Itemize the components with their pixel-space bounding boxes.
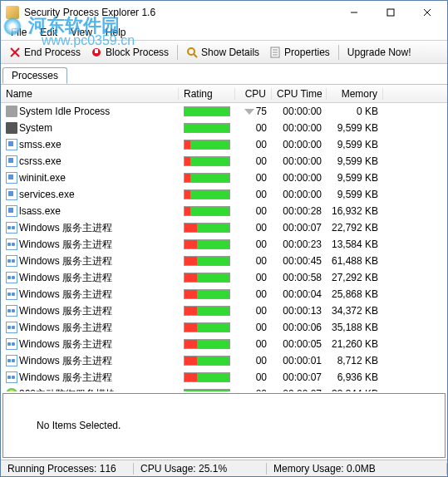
memory-value: 9,599 KB: [327, 155, 383, 167]
rating-bar: [184, 223, 230, 233]
table-row[interactable]: smss.exe0000:00:009,599 KB: [1, 136, 447, 153]
memory-value: 8,712 KB: [327, 355, 383, 366]
toolbar-separator: [177, 45, 178, 60]
col-cpu-time[interactable]: CPU Time: [272, 88, 327, 100]
memory-value: 0 KB: [327, 106, 383, 117]
cpu-time-value: 00:00:00: [272, 172, 327, 184]
table-row[interactable]: Windows 服务主进程0000:00:076,936 KB: [1, 369, 447, 386]
cpu-time-value: 00:00:00: [272, 139, 327, 150]
table-row[interactable]: Windows 服务主进程0000:00:2313,584 KB: [1, 236, 447, 253]
end-process-button[interactable]: End Process: [4, 45, 86, 60]
table-row[interactable]: Windows 服务主进程0000:00:0635,188 KB: [1, 319, 447, 336]
show-details-label: Show Details: [201, 47, 259, 58]
cpu-value: 00: [235, 155, 272, 167]
rating-bar: [184, 173, 230, 183]
memory-value: 33,344 KB: [327, 388, 383, 391]
process-name: smss.exe: [19, 139, 62, 150]
process-icon: [6, 355, 17, 366]
tab-processes[interactable]: Processes: [2, 67, 67, 84]
process-icon: [6, 106, 17, 117]
titlebar: Security Process Explorer 1.6: [1, 1, 447, 24]
cpu-time-value: 00:00:00: [272, 189, 327, 200]
detail-pane: No Items Selected.: [2, 393, 446, 458]
show-details-button[interactable]: Show Details: [181, 45, 264, 60]
close-button[interactable]: [409, 2, 446, 23]
menu-help[interactable]: Help: [99, 25, 133, 40]
rating-bar: [184, 389, 230, 391]
app-icon: [6, 6, 19, 19]
memory-value: 16,932 KB: [327, 205, 383, 217]
menu-edit[interactable]: Edit: [33, 25, 64, 40]
cpu-value: 00: [235, 139, 272, 150]
process-icon: [6, 288, 17, 300]
rating-bar: [184, 356, 230, 366]
table-row[interactable]: Windows 服务主进程0000:00:018,712 KB: [1, 352, 447, 369]
cpu-time-value: 00:00:58: [272, 272, 327, 283]
table-row[interactable]: Windows 服务主进程0000:00:1334,372 KB: [1, 302, 447, 319]
memory-value: 35,188 KB: [327, 322, 383, 333]
properties-label: Properties: [284, 47, 330, 58]
table-row[interactable]: Windows 服务主进程0000:00:0521,260 KB: [1, 336, 447, 352]
minimize-button[interactable]: [336, 2, 372, 23]
sort-desc-icon: [244, 109, 254, 115]
table-row[interactable]: Windows 服务主进程0000:00:0722,792 KB: [1, 219, 447, 236]
table-row[interactable]: Windows 服务主进程0000:00:0425,868 KB: [1, 286, 447, 302]
app-window: Security Process Explorer 1.6 File Edit …: [0, 0, 448, 477]
menu-file[interactable]: File: [4, 25, 33, 40]
rating-bar: [184, 239, 230, 249]
cpu-value: 00: [235, 305, 272, 317]
process-table: Name Rating CPU CPU Time Memory System I…: [1, 84, 447, 391]
process-icon: [6, 238, 17, 250]
end-process-icon: [9, 47, 21, 58]
cpu-value: 00: [235, 355, 272, 366]
table-row[interactable]: csrss.exe0000:00:009,599 KB: [1, 153, 447, 170]
block-process-button[interactable]: Block Process: [86, 45, 174, 60]
col-name[interactable]: Name: [1, 88, 179, 100]
process-icon: [6, 172, 17, 184]
upgrade-button[interactable]: Upgrade Now!: [342, 45, 416, 60]
rating-bar: [184, 256, 230, 266]
table-row[interactable]: services.exe0000:00:009,599 KB: [1, 186, 447, 203]
memory-value: 61,488 KB: [327, 255, 383, 267]
window-title: Security Process Explorer 1.6: [24, 7, 336, 18]
cpu-value: 00: [235, 222, 272, 234]
maximize-button[interactable]: [372, 2, 409, 23]
process-icon: [6, 222, 17, 234]
process-icon: [6, 155, 17, 167]
table-row[interactable]: System0000:00:009,599 KB: [1, 120, 447, 136]
rating-bar: [184, 289, 230, 299]
rating-bar: [184, 140, 230, 150]
block-process-label: Block Process: [106, 47, 169, 58]
rating-bar: [184, 156, 230, 166]
memory-value: 9,599 KB: [327, 139, 383, 150]
block-process-icon: [91, 47, 102, 58]
table-row[interactable]: 360主动防御服务模块0000:00:0733,344 KB: [1, 386, 447, 391]
memory-value: 25,868 KB: [327, 288, 383, 300]
svg-rect-1: [387, 9, 394, 16]
rating-bar: [184, 322, 230, 332]
table-row[interactable]: Windows 服务主进程0000:00:5827,292 KB: [1, 269, 447, 286]
col-cpu[interactable]: CPU: [235, 88, 272, 100]
table-row[interactable]: System Idle Process7500:00:000 KB: [1, 103, 447, 120]
process-name: services.exe: [19, 189, 75, 200]
table-row[interactable]: Windows 服务主进程0000:00:4561,488 KB: [1, 253, 447, 269]
process-name: Windows 服务主进程: [19, 371, 112, 385]
rating-bar: [184, 106, 230, 116]
process-name: Windows 服务主进程: [19, 271, 112, 285]
table-row[interactable]: lsass.exe0000:00:2816,932 KB: [1, 203, 447, 219]
memory-value: 21,260 KB: [327, 338, 383, 350]
cpu-value: 00: [235, 255, 272, 267]
properties-button[interactable]: Properties: [264, 45, 335, 60]
cpu-time-value: 00:00:07: [272, 222, 327, 234]
cpu-time-value: 00:00:28: [272, 205, 327, 217]
process-name: Windows 服务主进程: [19, 238, 112, 252]
svg-point-8: [188, 48, 194, 55]
process-icon: [6, 305, 17, 317]
table-row[interactable]: wininit.exe0000:00:009,599 KB: [1, 170, 447, 186]
col-rating[interactable]: Rating: [179, 88, 235, 100]
menu-view[interactable]: View: [64, 25, 99, 40]
process-name: Windows 服务主进程: [19, 221, 112, 235]
rating-bar: [184, 273, 230, 283]
cpu-value: 00: [235, 272, 272, 283]
col-memory[interactable]: Memory: [327, 88, 383, 100]
